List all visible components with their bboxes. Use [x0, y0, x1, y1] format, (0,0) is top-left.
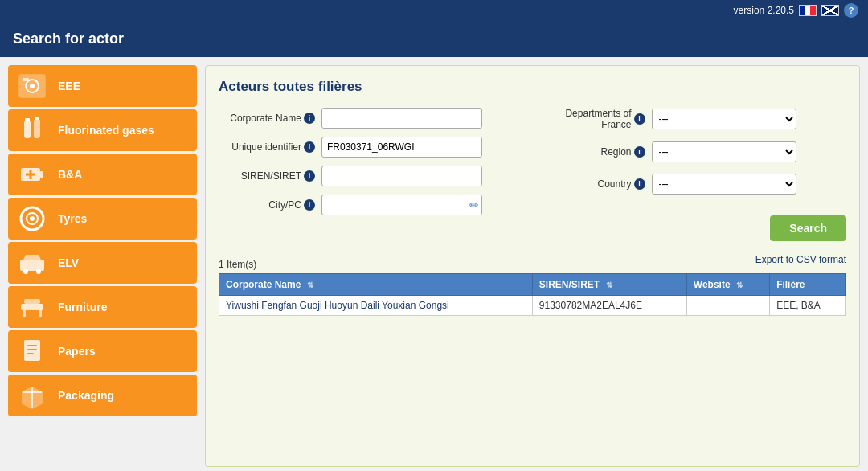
sidebar-label-packaging: Packaging [58, 389, 114, 402]
sidebar-label-furniture: Furniture [58, 301, 107, 313]
region-select[interactable]: --- [652, 141, 796, 162]
gas-icon [14, 115, 50, 145]
furniture-icon [14, 292, 50, 322]
region-label: Region i [541, 146, 645, 158]
svg-rect-9 [40, 171, 43, 178]
col-header-siren-siret[interactable]: SIREN/SIRET ⇅ [532, 274, 686, 296]
battery-icon [14, 159, 50, 190]
svg-rect-18 [21, 304, 43, 310]
country-row: Country i --- [541, 174, 847, 195]
city-pc-info-icon[interactable]: i [304, 199, 315, 211]
table-header-row: Corporate Name ⇅ SIREN/SIRET ⇅ Website ⇅ [219, 274, 846, 296]
sidebar-label-bna: B&A [58, 168, 82, 181]
results-table: Corporate Name ⇅ SIREN/SIRET ⇅ Website ⇅ [219, 273, 846, 316]
export-csv-link[interactable]: Export to CSV format [755, 254, 846, 265]
country-label: Country i [541, 178, 645, 190]
cell-website [686, 296, 769, 316]
eee-icon [14, 71, 50, 101]
sidebar-item-bna[interactable]: B&A [8, 154, 197, 195]
cell-filiere: EEE, B&A [770, 296, 846, 316]
form-left: Corporate Name i Unique identifier i SIR… [219, 108, 525, 241]
search-button[interactable]: Search [770, 215, 846, 241]
result-count: 1 Item(s) [219, 259, 256, 270]
svg-rect-19 [23, 310, 26, 317]
corporate-name-label: Corporate Name i [219, 113, 315, 124]
unique-identifier-info-icon[interactable]: i [304, 141, 315, 153]
svg-rect-7 [35, 117, 39, 120]
siren-siret-label: SIREN/SIRET i [219, 170, 315, 182]
sidebar-label-elv: ELV [58, 256, 79, 269]
svg-rect-15 [20, 260, 44, 271]
car-icon [14, 248, 50, 278]
departments-select[interactable]: --- [652, 109, 796, 129]
sort-siren-icon: ⇅ [606, 281, 612, 289]
sidebar-item-tyres[interactable]: Tyres [8, 198, 197, 240]
siren-siret-row: SIREN/SIRET i [219, 166, 525, 186]
svg-rect-25 [27, 353, 34, 354]
col-header-corporate-name[interactable]: Corporate Name ⇅ [219, 274, 533, 296]
departments-info-icon[interactable]: i [634, 113, 645, 125]
city-pc-edit-icon[interactable]: ✏ [469, 199, 479, 211]
svg-rect-23 [27, 345, 37, 346]
unique-identifier-row: Unique identifier i [219, 137, 525, 158]
region-row: Region i --- [541, 141, 847, 162]
form-right: Departments ofFrance i --- Region i --- [541, 108, 847, 241]
sort-corporate-name-icon: ⇅ [307, 281, 313, 289]
departments-label: Departments ofFrance i [541, 108, 645, 130]
corporate-name-link[interactable]: Yiwushi Fengfan Guoji Huoyun Daili Youxi… [226, 300, 449, 311]
tyre-icon [14, 203, 50, 234]
city-pc-label: City/PC i [219, 199, 315, 211]
corporate-name-row: Corporate Name i [219, 108, 525, 129]
version-label: version 2.20.5 [734, 5, 794, 16]
papers-icon [14, 336, 50, 367]
content-area: Acteurs toutes filières Corporate Name i… [205, 65, 860, 467]
country-select[interactable]: --- [652, 174, 796, 195]
sidebar-item-fluorinated[interactable]: Fluorinated gases [8, 109, 197, 151]
siren-siret-input[interactable] [321, 166, 482, 186]
departments-row: Departments ofFrance i --- [541, 108, 847, 130]
sidebar: EEE Fluorinated gases [8, 65, 197, 467]
page-header: Search for actor [0, 21, 868, 57]
sidebar-label-tyres: Tyres [58, 212, 87, 225]
sidebar-label-papers: Papers [58, 345, 96, 358]
sidebar-label-eee: EEE [58, 80, 80, 92]
col-header-website[interactable]: Website ⇅ [686, 274, 769, 296]
sidebar-item-eee[interactable]: EEE [8, 65, 197, 107]
city-pc-input[interactable] [321, 195, 482, 215]
flag-french-icon[interactable] [799, 5, 817, 16]
main-layout: EEE Fluorinated gases [0, 57, 868, 471]
city-pc-field: ✏ [321, 195, 482, 215]
search-form: Corporate Name i Unique identifier i SIR… [219, 108, 846, 241]
svg-rect-24 [27, 349, 37, 350]
sidebar-label-fluorinated: Fluorinated gases [58, 124, 154, 137]
help-icon[interactable]: ? [844, 3, 858, 18]
svg-rect-4 [24, 121, 31, 138]
col-header-filiere[interactable]: Filière [770, 274, 846, 296]
svg-rect-6 [25, 118, 30, 121]
sidebar-item-packaging[interactable]: Packaging [8, 375, 197, 416]
svg-point-16 [23, 269, 28, 274]
corporate-name-input[interactable] [321, 108, 482, 129]
sidebar-item-papers[interactable]: Papers [8, 330, 197, 372]
corporate-name-info-icon[interactable]: i [304, 113, 315, 124]
siren-siret-info-icon[interactable]: i [304, 170, 315, 182]
table-row: Yiwushi Fengfan Guoji Huoyun Daili Youxi… [219, 296, 846, 316]
svg-rect-3 [23, 78, 29, 81]
results-section: 1 Item(s) Export to CSV format Corporate… [219, 249, 846, 316]
country-info-icon[interactable]: i [634, 178, 645, 190]
svg-rect-5 [34, 119, 40, 138]
sort-website-icon: ⇅ [736, 281, 743, 289]
svg-point-2 [30, 84, 35, 88]
city-pc-row: City/PC i ✏ [219, 195, 525, 215]
unique-identifier-input[interactable] [321, 137, 482, 158]
sidebar-item-furniture[interactable]: Furniture [8, 286, 197, 328]
top-bar: version 2.20.5 ? [0, 0, 868, 21]
sidebar-item-elv[interactable]: ELV [8, 242, 197, 284]
svg-point-14 [30, 216, 35, 221]
section-title: Acteurs toutes filières [219, 79, 846, 95]
flag-uk-icon[interactable] [821, 5, 839, 16]
unique-identifier-label: Unique identifier i [219, 141, 315, 153]
cell-corporate-name: Yiwushi Fengfan Guoji Huoyun Daili Youxi… [219, 296, 533, 316]
search-button-row: Search [541, 212, 847, 241]
region-info-icon[interactable]: i [634, 146, 645, 158]
